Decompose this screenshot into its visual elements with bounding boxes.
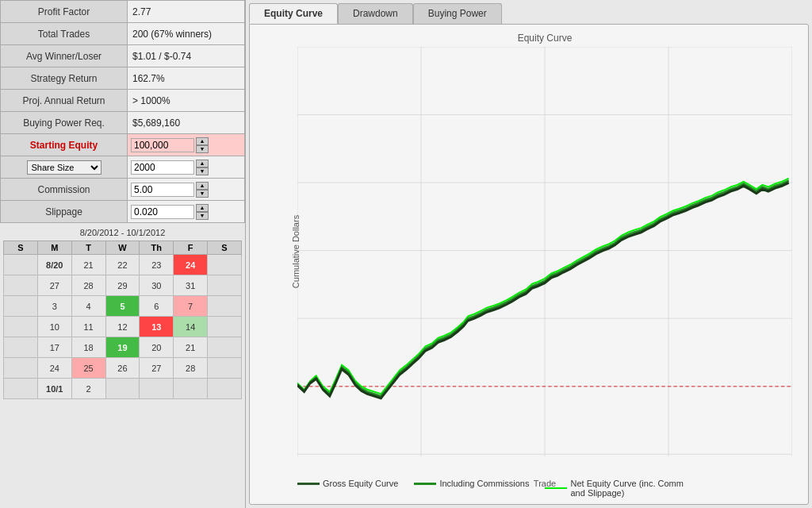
commission-input[interactable] [131, 183, 194, 197]
calendar-cell: 30 [140, 275, 174, 296]
stat-row: Total Trades200 (67% winners) [1, 23, 245, 45]
tab-drawdown[interactable]: Drawdown [338, 3, 413, 24]
calendar-cell [4, 296, 38, 317]
calendar-cell: 8/20 [37, 255, 71, 275]
calendar-cell [208, 337, 242, 358]
chart-legend: Gross Equity Curve Including Commissions… [297, 479, 800, 498]
share-size-select[interactable]: Share Size Dollar Amount [27, 160, 102, 175]
calendar-cell: 24 [174, 255, 208, 275]
calendar-cell: 3 [37, 296, 71, 317]
left-panel: Profit Factor2.77Total Trades200 (67% wi… [0, 0, 246, 508]
calendar-header: F [174, 241, 208, 255]
calendar-row: 10/12 [4, 379, 242, 399]
calendar-cell [208, 317, 242, 337]
calendar-cell: 5 [105, 296, 140, 317]
calendar-cell: 25 [71, 358, 105, 379]
calendar-row: 1011121314 [4, 317, 242, 337]
calendar-cell: 14 [174, 317, 208, 337]
calendar-row: 2425262728 [4, 358, 242, 379]
slippage-down[interactable]: ▼ [196, 212, 209, 220]
share-size-down[interactable]: ▼ [196, 167, 209, 175]
calendar-cell: 6 [140, 296, 174, 317]
starting-equity-row: Starting Equity ▲ ▼ [1, 134, 245, 156]
tabs-bar: Equity CurveDrawdownBuying Power [249, 3, 809, 24]
slippage-up[interactable]: ▲ [196, 204, 209, 212]
starting-equity-cell: ▲ ▼ [128, 134, 245, 156]
calendar-cell: 22 [105, 255, 140, 275]
legend-net-label: Net Equity Curve (inc. Command Slippage) [570, 479, 683, 498]
chart-container: Equity Curve Cumulative Dollars [249, 24, 809, 505]
stat-value: 2.77 [128, 1, 245, 23]
calendar-row: 34567 [4, 296, 242, 317]
equity-curve-svg: $276,200 $240,240 $204,280 $168,320 $132… [297, 47, 792, 456]
calendar-header: T [71, 241, 105, 255]
calendar-cell [4, 317, 38, 337]
calendar-cell: 11 [71, 317, 105, 337]
calendar-cell: 10 [37, 317, 71, 337]
legend-gross: Gross Equity Curve [297, 479, 398, 488]
starting-equity-input[interactable] [131, 138, 194, 152]
legend-gross-label: Gross Equity Curve [323, 479, 398, 488]
calendar-cell [4, 255, 38, 275]
commission-down[interactable]: ▼ [196, 190, 209, 198]
calendar-row: 2728293031 [4, 275, 242, 296]
stat-value: 162.7% [128, 67, 245, 90]
tab-equity-curve[interactable]: Equity Curve [249, 3, 338, 24]
calendar-title: 8/20/2012 - 10/1/2012 [3, 228, 242, 237]
calendar-cell: 17 [37, 337, 71, 358]
calendar-cell [4, 275, 38, 296]
share-size-input[interactable] [131, 160, 194, 175]
calendar-cell: 21 [174, 337, 208, 358]
calendar-row: 8/2021222324 [4, 255, 242, 275]
legend-commissions: Including Commissions [414, 479, 529, 488]
calendar-cell: 27 [37, 275, 71, 296]
share-size-row: Share Size Dollar Amount ▲ ▼ [1, 156, 245, 179]
stat-label: Buying Power Req. [1, 112, 128, 134]
commission-up[interactable]: ▲ [196, 182, 209, 190]
legend-net-line [545, 487, 567, 489]
calendar-header: Th [140, 241, 174, 255]
stat-row: Proj. Annual Return> 1000% [1, 90, 245, 112]
stat-row: Buying Power Req.$5,689,160 [1, 112, 245, 134]
starting-equity-up[interactable]: ▲ [196, 137, 209, 145]
calendar-header: M [37, 241, 71, 255]
calendar-cell [208, 379, 242, 399]
calendar-header: W [105, 241, 140, 255]
calendar-header: S [208, 241, 242, 255]
calendar-cell: 18 [71, 337, 105, 358]
calendar-cell: 20 [140, 337, 174, 358]
legend-commissions-line [414, 483, 436, 485]
slippage-spinner: ▲ ▼ [196, 204, 209, 220]
stat-row: Strategy Return162.7% [1, 67, 245, 90]
share-size-spinner: ▲ ▼ [196, 160, 209, 175]
calendar-cell [105, 379, 140, 399]
calendar-cell [140, 379, 174, 399]
calendar-cell [208, 275, 242, 296]
calendar-cell: 31 [174, 275, 208, 296]
commission-label: Commission [1, 179, 128, 201]
stat-label: Strategy Return [1, 67, 128, 90]
starting-equity-down[interactable]: ▼ [196, 145, 209, 153]
tab-buying-power[interactable]: Buying Power [413, 3, 502, 24]
share-size-up[interactable]: ▲ [196, 160, 209, 167]
stat-value: $5,689,160 [128, 112, 245, 134]
calendar-cell: 4 [71, 296, 105, 317]
commission-row: Commission ▲ ▼ [1, 179, 245, 201]
stat-label: Profit Factor [1, 1, 128, 23]
calendar-row: 1718192021 [4, 337, 242, 358]
calendar-cell: 19 [105, 337, 140, 358]
calendar-cell: 28 [71, 275, 105, 296]
calendar-cell: 26 [105, 358, 140, 379]
stat-value: > 1000% [128, 90, 245, 112]
slippage-input[interactable] [131, 205, 194, 219]
y-axis-label: Cumulative Dollars [291, 215, 301, 288]
calendar-cell [4, 337, 38, 358]
calendar-cell: 7 [174, 296, 208, 317]
right-panel: Equity CurveDrawdownBuying Power Equity … [246, 0, 812, 508]
stat-value: $1.01 / $-0.74 [128, 45, 245, 67]
calendar-cell: 24 [37, 358, 71, 379]
calendar-cell: 10/1 [37, 379, 71, 399]
stats-table: Profit Factor2.77Total Trades200 (67% wi… [0, 0, 245, 223]
commission-spinner: ▲ ▼ [196, 182, 209, 198]
calendar-cell [4, 379, 38, 399]
